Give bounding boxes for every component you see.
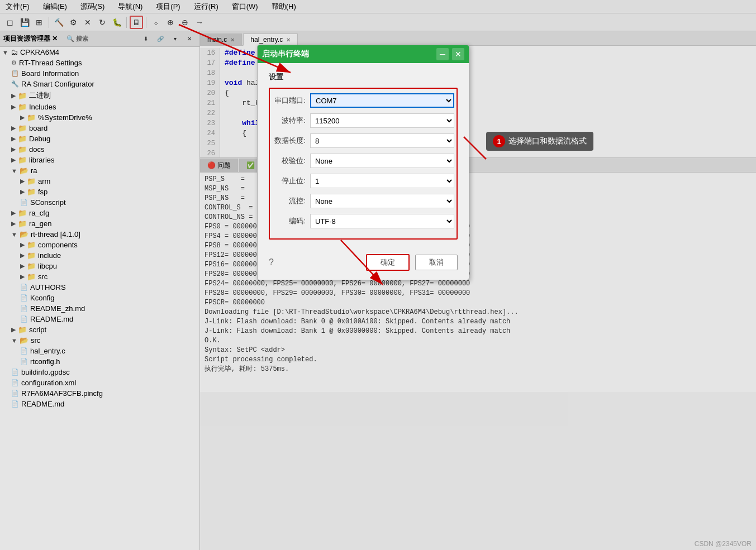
form-row-stop-bits: 停止位: 1 xyxy=(272,174,454,188)
form-row-com-port: 串口端口: COM7 xyxy=(272,93,454,108)
dialog-titlebar-buttons: ─ ✕ xyxy=(436,48,464,60)
form-row-baud: 波特率: 115200 xyxy=(272,113,454,128)
dialog-overlay: 启动串行终端 ─ ✕ 设置 串口端口: COM7 波特率: 115 xyxy=(0,0,756,550)
form-row-encoding: 编码: UTF-8 xyxy=(272,214,454,228)
serial-terminal-dialog: 启动串行终端 ─ ✕ 设置 串口端口: COM7 波特率: 115 xyxy=(257,45,469,280)
cancel-button[interactable]: 取消 xyxy=(415,255,458,270)
form-label-stop-bits: 停止位: xyxy=(272,176,306,186)
help-icon[interactable]: ? xyxy=(269,257,274,267)
com-port-select[interactable]: COM7 xyxy=(310,93,454,108)
form-row-data-length: 数据长度: 8 xyxy=(272,133,454,148)
form-row-parity: 校验位: None xyxy=(272,154,454,168)
form-label-com-port: 串口端口: xyxy=(272,95,306,106)
form-label-baud: 波特率: xyxy=(272,116,306,126)
form-label-data-length: 数据长度: xyxy=(272,136,306,146)
dialog-footer: ? 确定 取消 xyxy=(258,248,469,280)
badge-number: 1 xyxy=(493,135,505,147)
dialog-titlebar: 启动串行终端 ─ ✕ xyxy=(258,45,469,63)
form-label-flow-control: 流控: xyxy=(272,196,306,206)
dialog-content: 设置 串口端口: COM7 波特率: 115200 数据长度: xyxy=(258,63,469,248)
form-label-parity: 校验位: xyxy=(272,156,306,166)
form-label-encoding: 编码: xyxy=(272,216,306,226)
form-row-flow-control: 流控: None xyxy=(272,194,454,208)
data-length-select[interactable]: 8 xyxy=(310,133,454,148)
stop-bits-select[interactable]: 1 xyxy=(310,174,454,188)
dialog-fields-border: 串口端口: COM7 波特率: 115200 数据长度: 8 xyxy=(269,88,458,240)
dialog-section-label: 设置 xyxy=(269,72,458,82)
baud-rate-select[interactable]: 115200 xyxy=(310,113,454,128)
parity-select[interactable]: None xyxy=(310,154,454,168)
encoding-select[interactable]: UTF-8 xyxy=(310,214,454,228)
annotation-text: 选择端口和数据流格式 xyxy=(508,136,587,146)
flow-control-select[interactable]: None xyxy=(310,194,454,208)
dialog-minimize-button[interactable]: ─ xyxy=(436,48,449,60)
annotation-badge: 1 选择端口和数据流格式 xyxy=(486,132,593,151)
dialog-title: 启动串行终端 xyxy=(262,49,436,59)
confirm-button[interactable]: 确定 xyxy=(366,254,410,271)
dialog-close-button[interactable]: ✕ xyxy=(452,48,464,60)
